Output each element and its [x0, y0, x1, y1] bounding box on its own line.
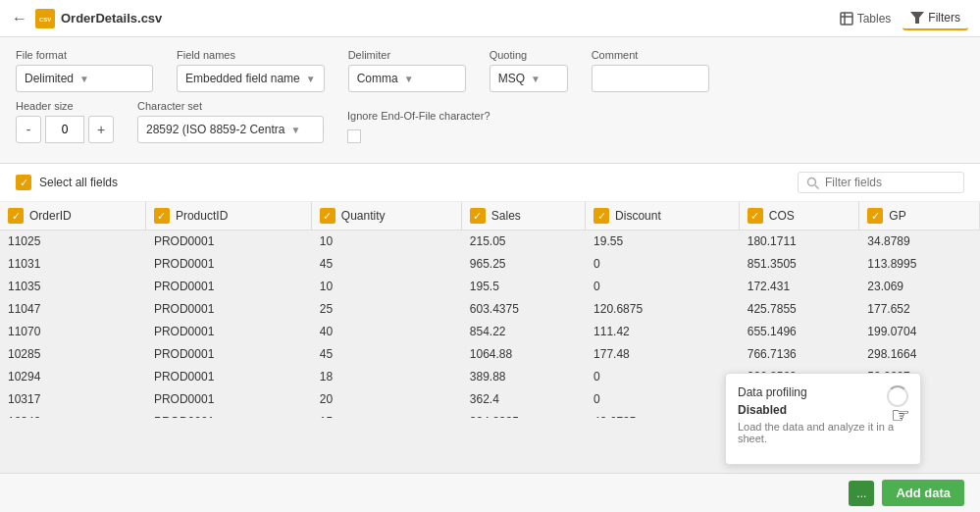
gp-checkbox[interactable]: ✓ — [867, 208, 883, 224]
tooltip-status: Disabled — [738, 403, 908, 417]
table-cell: 11035 — [0, 276, 145, 298]
table-cell: 1064.88 — [461, 343, 585, 366]
header-size-input[interactable] — [45, 116, 84, 143]
field-names-field: Field names Embedded field name ▼ — [177, 49, 325, 92]
ignore-eof-checkbox[interactable] — [347, 129, 361, 143]
quoting-select[interactable]: MSQ ▼ — [490, 65, 568, 92]
tables-button[interactable]: Tables — [832, 8, 900, 29]
table-cell: 45 — [311, 253, 461, 276]
svg-marker-5 — [910, 12, 924, 24]
sales-checkbox[interactable]: ✓ — [470, 208, 486, 224]
select-filter-row: ✓ Select all fields — [0, 164, 980, 202]
table-cell: 10294 — [0, 366, 145, 388]
field-names-select[interactable]: Embedded field name ▼ — [177, 65, 325, 92]
filter-fields-input[interactable] — [825, 176, 953, 189]
delimiter-select[interactable]: Comma ▼ — [348, 65, 466, 92]
table-cell: 603.4375 — [461, 298, 585, 321]
charset-select[interactable]: 28592 (ISO 8859-2 Centra ▼ — [137, 116, 324, 143]
table-cell: 851.3505 — [739, 253, 859, 276]
table-cell: 965.25 — [461, 253, 585, 276]
table-cell: 23.069 — [859, 276, 980, 298]
bottom-bar: ... Add data — [0, 473, 980, 512]
comment-label: Comment — [592, 49, 709, 61]
table-cell: 0 — [586, 388, 740, 411]
ignore-eof-row — [347, 129, 490, 143]
discount-checkbox[interactable]: ✓ — [593, 208, 609, 224]
table-cell: 195.5 — [461, 276, 585, 298]
table-cell: 177.48 — [586, 343, 740, 366]
file-icon: CSV — [35, 9, 55, 28]
config-row-1: File format Delimited ▼ Field names Embe… — [16, 49, 964, 92]
charset-label: Character set — [137, 100, 324, 112]
quantity-checkbox[interactable]: ✓ — [320, 208, 335, 224]
table-cell: PROD0001 — [145, 321, 311, 343]
table-cell: 389.88 — [461, 366, 585, 388]
header-size-field: Header size - + — [16, 100, 114, 143]
table-cell: 10348 — [0, 411, 145, 419]
delimiter-field: Delimiter Comma ▼ — [348, 49, 466, 92]
productid-checkbox[interactable]: ✓ — [154, 208, 170, 224]
table-cell: 10 — [311, 276, 461, 298]
chevron-down-icon: ▼ — [306, 74, 316, 84]
table-cell: 45 — [311, 343, 461, 366]
table-cell: 113.8995 — [859, 253, 980, 276]
table-cell: 766.7136 — [739, 343, 859, 366]
table-cell: 25 — [311, 298, 461, 321]
col-header-cos: ✓ COS — [739, 202, 859, 230]
table-cell: 0 — [586, 366, 740, 388]
col-header-discount: ✓ Discount — [586, 202, 740, 230]
chevron-down-icon: ▼ — [531, 74, 541, 84]
table-cell: PROD0001 — [145, 230, 311, 253]
header-size-label: Header size — [16, 100, 114, 112]
config-panel: File format Delimited ▼ Field names Embe… — [0, 37, 980, 164]
ignore-eof-field: Ignore End-Of-File character? — [347, 110, 490, 143]
col-header-orderid: ✓ OrderID — [0, 202, 145, 230]
select-all-checkbox[interactable]: ✓ — [16, 175, 31, 190]
file-format-field: File format Delimited ▼ — [16, 49, 153, 92]
table-cell: 215.05 — [461, 230, 585, 253]
header-size-plus-button[interactable]: + — [88, 116, 114, 143]
table-cell: 854.22 — [461, 321, 585, 343]
tooltip-title: Data profiling — [738, 385, 908, 399]
table-cell: 298.1664 — [859, 343, 980, 366]
table-cell: 172.431 — [739, 276, 859, 298]
orderid-checkbox[interactable]: ✓ — [8, 208, 24, 224]
table-cell: 199.0704 — [859, 321, 980, 343]
table-row: 11070PROD000140854.22111.42655.1496199.0… — [0, 321, 980, 343]
svg-rect-2 — [841, 13, 852, 25]
table-cell: PROD0001 — [145, 411, 311, 419]
table-cell: 0 — [586, 276, 740, 298]
table-row: 10285PROD0001451064.88177.48766.7136298.… — [0, 343, 980, 366]
table-cell: 19.55 — [586, 230, 740, 253]
cos-checkbox[interactable]: ✓ — [748, 208, 763, 224]
file-format-select[interactable]: Delimited ▼ — [16, 65, 153, 92]
table-cell: 11025 — [0, 230, 145, 253]
back-button[interactable]: ← — [12, 10, 27, 27]
more-options-button[interactable]: ... — [849, 481, 874, 506]
table-cell: 180.1711 — [739, 230, 859, 253]
table-cell: 425.7855 — [739, 298, 859, 321]
comment-field: Comment — [592, 49, 709, 92]
tables-icon — [840, 12, 853, 26]
table-cell: 10317 — [0, 388, 145, 411]
table-row: 11031PROD000145965.250851.3505113.8995 — [0, 253, 980, 276]
table-cell: 10285 — [0, 343, 145, 366]
ignore-eof-label: Ignore End-Of-File character? — [347, 110, 490, 122]
table-header: ✓ OrderID ✓ ProductID ✓ Quantity — [0, 202, 980, 230]
comment-input[interactable] — [592, 65, 709, 92]
add-data-button[interactable]: Add data — [882, 480, 964, 506]
search-icon — [806, 177, 819, 189]
table-cell: 177.652 — [859, 298, 980, 321]
cursor-icon: ☞ — [891, 403, 910, 429]
table-row: 11035PROD000110195.50172.43123.069 — [0, 276, 980, 298]
select-all-group: ✓ Select all fields — [16, 175, 118, 190]
table-cell: 34.8789 — [859, 230, 980, 253]
col-header-productid: ✓ ProductID — [145, 202, 311, 230]
field-names-label: Field names — [177, 49, 325, 61]
filter-input-wrap — [798, 172, 964, 193]
filters-button[interactable]: Filters — [903, 7, 968, 30]
table-cell: 362.4 — [461, 388, 585, 411]
quoting-field: Quoting MSQ ▼ — [490, 49, 568, 92]
table-cell: 15 — [311, 411, 461, 419]
header-size-minus-button[interactable]: - — [16, 116, 41, 143]
